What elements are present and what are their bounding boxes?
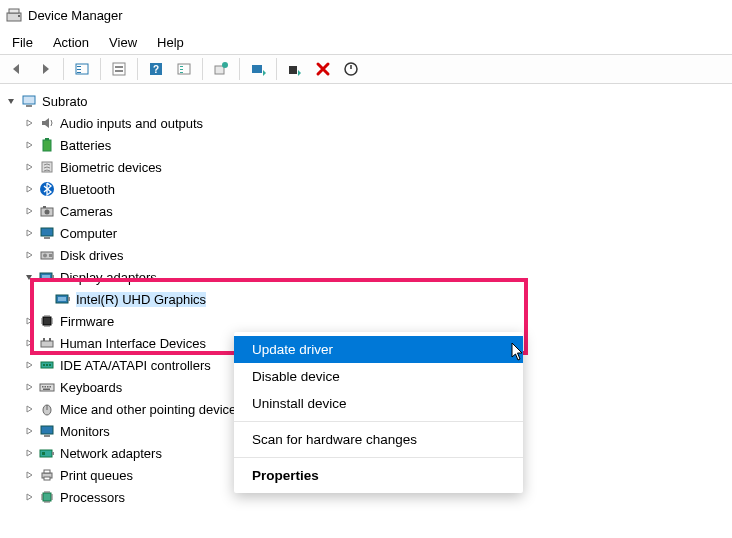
toolbar-separator [202,58,203,80]
computer-icon [20,92,38,110]
show-hide-tree-button[interactable] [69,56,95,82]
menu-file[interactable]: File [2,33,43,52]
svg-rect-15 [180,72,183,73]
tree-item-label: Keyboards [60,380,122,395]
menu-view[interactable]: View [99,33,147,52]
tree-category-computer[interactable]: Computer [0,222,732,244]
svg-rect-16 [215,66,224,74]
svg-rect-42 [41,341,53,347]
properties-button[interactable] [106,56,132,82]
chevron-right-icon[interactable] [22,160,36,174]
tree-item-label: Print queues [60,468,133,483]
context-menu-separator [234,421,523,422]
toolbar-separator [137,58,138,80]
fingerprint-icon [38,158,56,176]
tree-category-firmware[interactable]: Firmware [0,310,732,332]
title-bar: Device Manager [0,0,732,30]
tree-category-batteries[interactable]: Batteries [0,134,732,156]
svg-rect-60 [52,452,54,455]
chevron-right-icon[interactable] [22,226,36,240]
svg-rect-54 [43,389,50,391]
chevron-right-icon[interactable] [22,446,36,460]
tree-item-label: Batteries [60,138,111,153]
svg-point-28 [45,210,50,215]
tree-category-disk[interactable]: Disk drives [0,244,732,266]
app-icon [6,7,22,23]
svg-rect-6 [77,72,81,73]
tree-item-label: Disk drives [60,248,124,263]
window-title: Device Manager [28,8,123,23]
disk-icon [38,246,56,264]
chevron-right-icon[interactable] [22,490,36,504]
svg-rect-23 [43,140,51,151]
tree-item-label: Monitors [60,424,110,439]
tree-category-cameras[interactable]: Cameras [0,200,732,222]
svg-rect-13 [180,66,183,67]
chevron-right-icon[interactable] [22,380,36,394]
display-adapter-icon [38,268,56,286]
tree-item-label: Processors [60,490,125,505]
back-button[interactable] [4,56,30,82]
svg-rect-51 [45,386,47,388]
chevron-right-icon[interactable] [22,182,36,196]
mouse-icon [38,400,56,418]
help-button[interactable]: ? [143,56,169,82]
tree-item-label: IDE ATA/ATAPI controllers [60,358,211,373]
chevron-right-icon[interactable] [22,314,36,328]
context-menu-uninstall-device[interactable]: Uninstall device [234,390,523,417]
tree-category-biometric[interactable]: Biometric devices [0,156,732,178]
menu-bar: File Action View Help [0,30,732,54]
forward-button[interactable] [32,56,58,82]
svg-rect-59 [40,450,52,457]
chevron-right-icon[interactable] [22,336,36,350]
svg-rect-1 [9,9,19,13]
tree-device-intel-uhd[interactable]: Intel(R) UHD Graphics [0,288,732,310]
context-menu-scan-hardware[interactable]: Scan for hardware changes [234,426,523,453]
svg-rect-9 [115,70,123,72]
menu-action[interactable]: Action [43,33,99,52]
svg-rect-18 [252,65,262,73]
context-menu-update-driver[interactable]: Update driver [234,336,523,363]
tree-item-label: Audio inputs and outputs [60,116,203,131]
svg-rect-50 [42,386,44,388]
chevron-down-icon[interactable] [4,94,18,108]
monitor-icon [38,224,56,242]
chevron-right-icon[interactable] [22,138,36,152]
tree-item-label: Display adapters [60,270,157,285]
tree-category-audio[interactable]: Audio inputs and outputs [0,112,732,134]
context-menu-disable-device[interactable]: Disable device [234,363,523,390]
chevron-right-icon[interactable] [22,358,36,372]
update-driver-button[interactable] [245,56,271,82]
chevron-down-icon[interactable] [22,270,36,284]
tree-category-display[interactable]: Display adapters [0,266,732,288]
chip-icon [38,488,56,506]
svg-rect-4 [77,66,81,67]
chevron-right-icon[interactable] [22,402,36,416]
chevron-right-icon[interactable] [22,424,36,438]
svg-rect-43 [43,338,45,341]
svg-rect-44 [49,338,51,341]
tree-item-label: Firmware [60,314,114,329]
svg-text:?: ? [153,64,159,75]
uninstall-device-button[interactable] [310,56,336,82]
hid-icon [38,334,56,352]
tree-item-label: Human Interface Devices [60,336,206,351]
scan-hardware-button[interactable] [208,56,234,82]
disable-device-button[interactable] [282,56,308,82]
toolbar: ? [0,54,732,84]
chevron-right-icon[interactable] [22,116,36,130]
chevron-right-icon[interactable] [22,248,36,262]
enable-device-button[interactable] [338,56,364,82]
svg-rect-65 [43,493,51,501]
svg-rect-5 [77,69,81,70]
chevron-right-icon[interactable] [22,204,36,218]
toolbar-separator [100,58,101,80]
chevron-right-icon[interactable] [22,468,36,482]
display-adapter-icon [54,290,72,308]
svg-rect-61 [42,452,45,455]
context-menu-properties[interactable]: Properties [234,462,523,489]
action-button[interactable] [171,56,197,82]
tree-root[interactable]: Subrato [0,90,732,112]
tree-category-bluetooth[interactable]: Bluetooth [0,178,732,200]
menu-help[interactable]: Help [147,33,194,52]
